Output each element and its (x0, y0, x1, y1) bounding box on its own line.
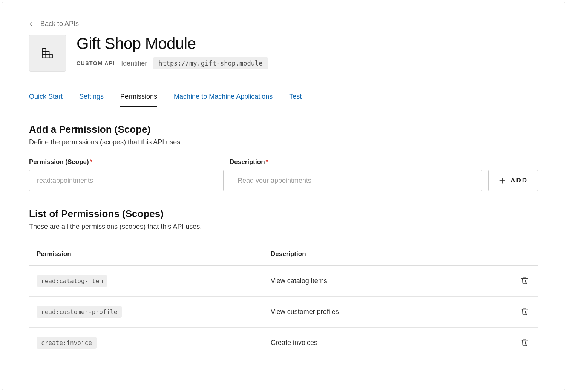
col-header-permission: Permission (29, 243, 263, 266)
svg-rect-6 (49, 55, 52, 58)
required-asterisk: * (266, 158, 268, 165)
svg-rect-1 (43, 48, 46, 52)
tab-m2m-apps[interactable]: Machine to Machine Applications (174, 93, 273, 107)
col-header-actions (512, 243, 538, 266)
arrow-left-icon (29, 21, 36, 28)
svg-rect-2 (43, 52, 46, 55)
table-row: read:catalog-item View catalog items (29, 266, 538, 297)
list-permissions-subtitle: These are all the permissions (scopes) t… (29, 223, 538, 231)
permission-description: View catalog items (263, 266, 512, 297)
add-permission-subtitle: Define the permissions (scopes) that thi… (29, 138, 538, 146)
scope-label-text: Permission (Scope) (29, 158, 89, 165)
api-header: Gift Shop Module CUSTOM API Identifier h… (29, 35, 538, 72)
identifier-value: https://my.gift-shop.module (153, 57, 268, 69)
permissions-table: Permission Description read:catalog-item… (29, 243, 538, 358)
permission-description: View customer profiles (263, 297, 512, 328)
trash-icon (521, 307, 529, 315)
list-permissions-title: List of Permissions (Scopes) (29, 208, 538, 220)
page-frame: Back to APIs Gift Shop Module CUSTOM API… (2, 2, 565, 390)
delete-permission-button[interactable] (519, 337, 530, 349)
delete-permission-button[interactable] (519, 306, 530, 318)
add-permission-title: Add a Permission (Scope) (29, 124, 538, 135)
back-to-apis-link[interactable]: Back to APIs (29, 20, 79, 28)
api-title: Gift Shop Module (77, 35, 268, 53)
permission-code: read:catalog-item (37, 275, 107, 287)
add-permission-form: Permission (Scope)* Description* ADD (29, 158, 538, 191)
required-asterisk: * (90, 158, 92, 165)
svg-rect-4 (43, 55, 46, 58)
api-icon (41, 47, 54, 60)
tab-test[interactable]: Test (289, 93, 302, 107)
description-label: Description* (230, 158, 482, 166)
tab-permissions[interactable]: Permissions (120, 93, 157, 107)
permission-code: read:customer-profile (37, 306, 122, 318)
delete-permission-button[interactable] (519, 275, 530, 287)
add-button-label: ADD (510, 177, 528, 184)
identifier-label: Identifier (121, 60, 147, 67)
table-row: read:customer-profile View customer prof… (29, 297, 538, 328)
svg-rect-3 (46, 52, 49, 55)
api-icon-box (29, 35, 66, 72)
add-button[interactable]: ADD (488, 170, 538, 191)
scope-field: Permission (Scope)* (29, 158, 224, 191)
api-type-badge: CUSTOM API (77, 60, 115, 66)
description-input[interactable] (230, 170, 482, 191)
plus-icon (498, 177, 506, 184)
trash-icon (521, 338, 529, 346)
col-header-description: Description (263, 243, 512, 266)
description-field: Description* (230, 158, 482, 191)
tab-bar: Quick Start Settings Permissions Machine… (29, 93, 538, 107)
permission-code: create:invoice (37, 337, 97, 349)
tab-settings[interactable]: Settings (79, 93, 104, 107)
svg-rect-5 (46, 55, 49, 58)
back-label: Back to APIs (40, 20, 79, 28)
description-label-text: Description (230, 158, 265, 165)
trash-icon (521, 276, 529, 285)
tab-quick-start[interactable]: Quick Start (29, 93, 63, 107)
api-meta-row: CUSTOM API Identifier https://my.gift-sh… (77, 57, 268, 69)
scope-label: Permission (Scope)* (29, 158, 224, 166)
permission-description: Create invoices (263, 328, 512, 358)
table-row: create:invoice Create invoices (29, 328, 538, 358)
title-block: Gift Shop Module CUSTOM API Identifier h… (77, 35, 268, 69)
scope-input[interactable] (29, 170, 224, 191)
